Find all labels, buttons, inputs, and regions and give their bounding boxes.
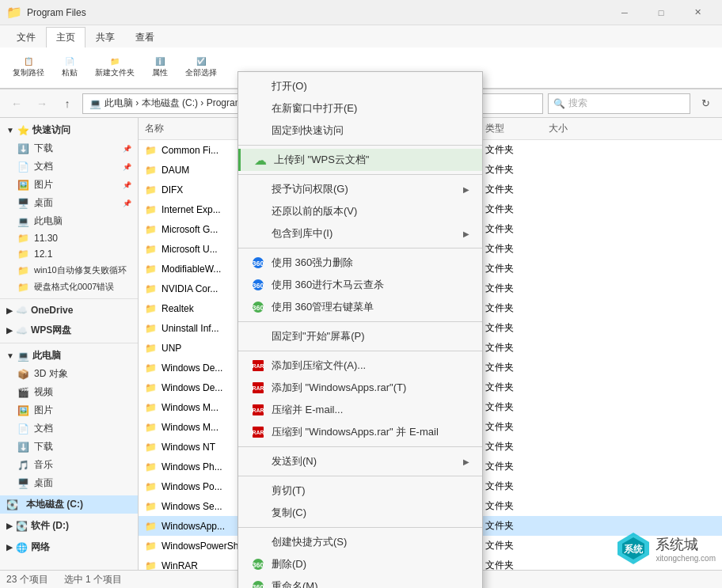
sidebar-item-1130[interactable]: 📁 11.30 bbox=[0, 230, 138, 246]
minimize-button[interactable]: ─ bbox=[606, 0, 643, 25]
refresh-button[interactable]: ↻ bbox=[695, 93, 716, 114]
sidebar-item-documents[interactable]: 📄 文档 bbox=[0, 419, 138, 438]
search-box[interactable]: 🔍 搜索 bbox=[548, 93, 690, 114]
sidebar-item-disk-d[interactable]: ▶ 💽 软件 (D:) bbox=[0, 517, 138, 535]
chevron-icon: ▶ bbox=[6, 543, 13, 552]
ctx-item-send-to[interactable]: 发送到(N) ▶ bbox=[238, 450, 482, 472]
sidebar-item-thispc[interactable]: 💻 此电脑 bbox=[0, 212, 138, 230]
pin-icon: 📌 bbox=[123, 163, 131, 171]
sidebar-item-docs-quick[interactable]: 📄 文档 📌 bbox=[0, 157, 138, 176]
sidebar-header-wps[interactable]: ▶ ☁️ WPS网盘 bbox=[0, 321, 138, 340]
ctx-item-include-lib[interactable]: 包含到库中(I) ▶ bbox=[238, 222, 482, 245]
ctx-item-wps-upload[interactable]: ☁ 上传到 "WPS云文档" bbox=[238, 149, 482, 171]
ctx-separator-4 bbox=[238, 321, 482, 322]
sidebar-header-this-pc[interactable]: ▼ 💻 此电脑 bbox=[0, 347, 138, 365]
folder-icon: 📁 bbox=[145, 244, 157, 255]
sidebar-item-121[interactable]: 📁 12.1 bbox=[0, 246, 138, 262]
watermark: 系统 系统城 xitongcheng.com bbox=[616, 531, 716, 566]
ctx-item-open-new-window[interactable]: 在新窗口中打开(E) bbox=[238, 97, 482, 119]
sidebar-header-onedrive[interactable]: ▶ ☁️ OneDrive bbox=[0, 302, 138, 318]
sidebar-item-disk-c[interactable]: 💽 本地磁盘 (C:) bbox=[0, 495, 138, 514]
zip-name-icon: RAR bbox=[251, 381, 265, 395]
context-menu: 打开(O) 在新窗口中打开(E) 固定到快速访问 ☁ 上传到 "WPS云文档" … bbox=[238, 71, 483, 588]
svg-text:360: 360 bbox=[252, 561, 264, 569]
ribbon-new-folder[interactable]: 📁 新建文件夹 bbox=[89, 54, 141, 82]
sidebar-item-music[interactable]: 🎵 音乐 bbox=[0, 456, 138, 474]
copy-path-icon: 📋 bbox=[24, 57, 33, 66]
ctx-item-zip-email[interactable]: RAR 压缩并 E-mail... bbox=[238, 399, 482, 421]
folder-icon: 📁 bbox=[145, 402, 157, 413]
svg-text:360: 360 bbox=[252, 583, 264, 588]
folder-icon: 📁 bbox=[145, 442, 157, 453]
folder-icon: 📦 bbox=[17, 369, 29, 380]
ribbon-properties[interactable]: ℹ️ 属性 bbox=[146, 54, 174, 82]
computer-icon: 💻 bbox=[89, 98, 101, 109]
col-header-size[interactable]: 大小 bbox=[542, 120, 606, 137]
select-all-icon: ☑️ bbox=[196, 57, 206, 66]
sidebar-item-video[interactable]: 🎬 视频 bbox=[0, 383, 138, 401]
wps-icon: ☁️ bbox=[16, 325, 28, 336]
sidebar-item-3d[interactable]: 📦 3D 对象 bbox=[0, 365, 138, 383]
ctx-item-cut[interactable]: 剪切(T) bbox=[238, 480, 482, 502]
sidebar-item-pictures[interactable]: 🖼️ 图片 bbox=[0, 401, 138, 419]
sidebar-item-network[interactable]: ▶ 🌐 网络 bbox=[0, 538, 138, 556]
sidebar-item-pictures-quick[interactable]: 🖼️ 图片 📌 bbox=[0, 176, 138, 194]
tab-file[interactable]: 文件 bbox=[6, 27, 46, 47]
sidebar-item-downloads[interactable]: ⬇️ 下载 bbox=[0, 438, 138, 456]
tab-view[interactable]: 查看 bbox=[125, 27, 165, 47]
tab-home[interactable]: 主页 bbox=[46, 27, 86, 47]
sidebar-item-desktop[interactable]: 🖥️ 桌面 bbox=[0, 474, 138, 492]
ctx-item-pin-start[interactable]: 固定到"开始"屏幕(P) bbox=[238, 325, 482, 347]
ctx-item-grant-access[interactable]: 授予访问权限(G) ▶ bbox=[238, 178, 482, 200]
folder-icon: 📁 bbox=[145, 501, 157, 512]
window-icon: 📁 bbox=[6, 5, 22, 20]
folder-icon: 📁 bbox=[145, 184, 157, 195]
ctx-item-restore[interactable]: 还原以前的版本(V) bbox=[238, 200, 482, 222]
svg-text:RAR: RAR bbox=[252, 408, 264, 413]
folder-icon: 🖥️ bbox=[17, 478, 29, 489]
chevron-icon: ▶ bbox=[6, 326, 13, 335]
back-button[interactable]: ← bbox=[6, 93, 27, 114]
ctx-item-zip-name-email[interactable]: RAR 压缩到 "WindowsApps.rar" 并 E-mail bbox=[238, 421, 482, 443]
sidebar-item-downloads-quick[interactable]: ⬇️ 下载 📌 bbox=[0, 139, 138, 157]
ctx-item-copy[interactable]: 复制(C) bbox=[238, 502, 482, 524]
ctx-item-pin-quick[interactable]: 固定到快速访问 bbox=[238, 119, 482, 142]
sidebar-divider-2 bbox=[0, 343, 138, 343]
ctx-item-rename[interactable]: 360 重命名(M) bbox=[238, 575, 482, 588]
zip-email-icon: RAR bbox=[251, 403, 265, 417]
ctx-separator-6 bbox=[238, 446, 482, 447]
ctx-item-delete[interactable]: 360 删除(D) bbox=[238, 553, 482, 575]
cut-icon bbox=[251, 484, 265, 498]
maximize-button[interactable]: □ bbox=[643, 0, 679, 25]
ctx-item-360-delete[interactable]: 360 使用 360强力删除 bbox=[238, 252, 482, 274]
folder-icon: 📄 bbox=[17, 161, 29, 173]
ctx-item-add-zip-name[interactable]: RAR 添加到 "WindowsApps.rar"(T) bbox=[238, 377, 482, 399]
ribbon-select-all[interactable]: ☑️ 全部选择 bbox=[179, 54, 223, 82]
sidebar-item-hdd-error[interactable]: 📁 硬盘格式化0007错误 bbox=[0, 279, 138, 295]
folder-icon: 📁 bbox=[145, 422, 157, 433]
ctx-item-open[interactable]: 打开(O) bbox=[238, 75, 482, 97]
up-button[interactable]: ↑ bbox=[57, 93, 78, 114]
ribbon-paste[interactable]: 📄 粘贴 bbox=[55, 54, 84, 82]
folder-icon: 📁 bbox=[17, 265, 29, 276]
sidebar-item-desktop-quick[interactable]: 🖥️ 桌面 📌 bbox=[0, 194, 138, 212]
close-button[interactable]: ✕ bbox=[679, 0, 716, 25]
sidebar-header-quick-access[interactable]: ▼ ⭐ 快速访问 bbox=[0, 121, 138, 139]
sidebar-item-win10-repair[interactable]: 📁 win10自动修复失败循环 bbox=[0, 262, 138, 279]
folder-icon: 📁 bbox=[145, 343, 157, 354]
tab-share[interactable]: 共享 bbox=[86, 27, 125, 47]
ribbon-tabs: 文件 主页 共享 查看 bbox=[0, 25, 722, 47]
ctx-item-create-shortcut[interactable]: 创建快捷方式(S) bbox=[238, 531, 482, 553]
ctx-item-360-scan[interactable]: 360 使用 360进行木马云查杀 bbox=[238, 274, 482, 296]
zip-icon: RAR bbox=[251, 358, 265, 373]
window-title: Program Files bbox=[27, 7, 86, 18]
ribbon-copy-path[interactable]: 📋 复制路径 bbox=[6, 54, 51, 82]
col-header-type[interactable]: 类型 bbox=[479, 120, 542, 137]
ctx-item-add-zip[interactable]: RAR 添加到压缩文件(A)... bbox=[238, 355, 482, 377]
ctx-item-360-menu[interactable]: 360 使用 360管理右键菜单 bbox=[238, 296, 482, 318]
folder-icon: 📁 bbox=[145, 521, 157, 532]
forward-button[interactable]: → bbox=[32, 93, 52, 114]
sidebar-section-wps: ▶ ☁️ WPS网盘 bbox=[0, 321, 138, 340]
copy-icon bbox=[251, 506, 265, 520]
sidebar-divider-1 bbox=[0, 298, 138, 299]
